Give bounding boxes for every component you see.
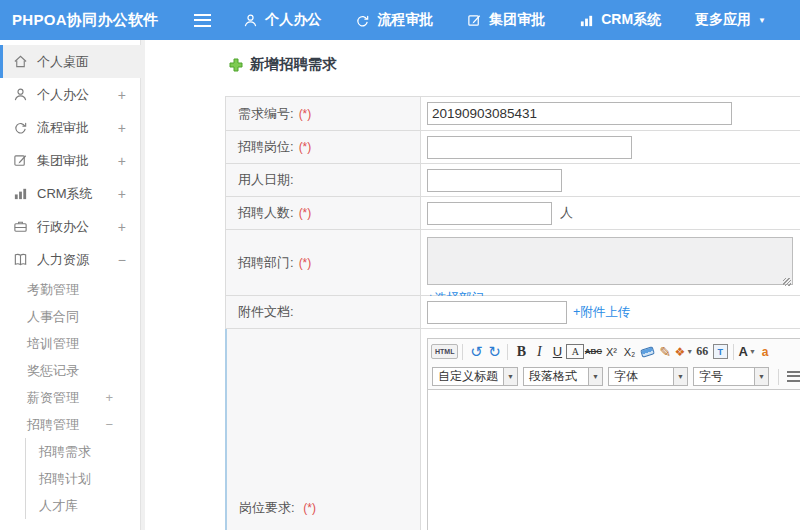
chevron-down-icon: ▼ xyxy=(758,16,766,25)
chevron-down-icon: ▼ xyxy=(749,348,756,355)
form-row-headcount: 招聘人数: (*) 人 xyxy=(226,197,800,230)
expand-plus-icon[interactable]: + xyxy=(118,219,126,235)
strikethrough-button[interactable]: ABC xyxy=(584,342,602,362)
attachment-upload-link[interactable]: +附件上传 xyxy=(573,304,630,321)
topnav-group-approval[interactable]: 集团审批 xyxy=(467,11,545,29)
autoformat-button[interactable]: A xyxy=(566,344,584,359)
sidebar-item-personal-office[interactable]: 个人办公 + xyxy=(0,78,141,111)
sidebar-item-talent-pool[interactable]: 人才库 xyxy=(26,492,141,519)
edit-icon xyxy=(13,153,28,168)
page-title: 新增招聘需求 xyxy=(229,55,337,74)
sidebar-item-admin-office[interactable]: 行政办公 + xyxy=(0,210,141,243)
expand-plus-icon[interactable]: + xyxy=(105,390,113,405)
blockquote-button[interactable]: 66 xyxy=(693,342,711,362)
sidebar-item-training[interactable]: 培训管理 xyxy=(0,330,141,357)
topnav-personal-office[interactable]: 个人办公 xyxy=(243,11,321,29)
headcount-input[interactable] xyxy=(427,202,552,225)
palette-icon[interactable]: ❖▼ xyxy=(674,342,693,362)
req-no-input[interactable] xyxy=(427,102,732,125)
bar-chart-icon xyxy=(13,186,28,201)
sidebar-item-group-approval[interactable]: 集团审批 + xyxy=(0,144,141,177)
redo-icon[interactable]: ↻ xyxy=(485,342,503,362)
required-mark: (*) xyxy=(299,206,312,220)
add-plus-icon xyxy=(229,58,243,72)
rich-text-editor: HTML ↺ ↻ B I U A ABC X² X₂ ✎ xyxy=(427,338,800,530)
undo-icon[interactable]: ↺ xyxy=(467,342,485,362)
sidebar-item-recruit-plan[interactable]: 招聘计划 xyxy=(26,465,141,492)
sidebar-item-process-approval[interactable]: 流程审批 + xyxy=(0,111,141,144)
chevron-down-icon[interactable]: ▼ xyxy=(755,367,769,386)
expand-plus-icon[interactable]: + xyxy=(118,186,126,202)
topnav-crm[interactable]: CRM系统 xyxy=(579,11,661,29)
briefcase-icon xyxy=(13,219,28,234)
field-label: 附件文档: xyxy=(238,303,294,321)
field-label: 招聘部门: xyxy=(238,254,294,272)
home-icon xyxy=(13,54,28,69)
main-content: 新增招聘需求 需求编号: (*) 招聘岗位: (*) 用人日期: xyxy=(149,40,800,530)
custom-title-select[interactable]: 自定义标题 xyxy=(432,367,504,386)
required-mark: (*) xyxy=(299,256,312,270)
department-textarea[interactable] xyxy=(427,237,793,285)
paragraph-format-select[interactable]: 段落格式 xyxy=(523,367,589,386)
editor-toolbar-row1: HTML ↺ ↻ B I U A ABC X² X₂ ✎ xyxy=(428,339,800,364)
expand-plus-icon[interactable]: + xyxy=(118,87,126,103)
field-label: 岗位要求: xyxy=(239,500,295,515)
sidebar-item-recruit-mgmt[interactable]: 招聘管理 − xyxy=(0,411,141,438)
book-icon xyxy=(13,252,28,267)
bold-button[interactable]: B xyxy=(512,342,530,362)
expand-plus-icon[interactable]: + xyxy=(118,153,126,169)
form-row-attachment: 附件文档: +附件上传 xyxy=(226,296,800,329)
sidebar-item-hr-contract[interactable]: 人事合同 xyxy=(0,303,141,330)
font-color-button[interactable]: A▼ xyxy=(738,342,756,362)
italic-button[interactable]: I xyxy=(530,342,548,362)
bar-chart-icon xyxy=(579,13,594,28)
chevron-down-icon[interactable]: ▼ xyxy=(674,367,688,386)
sidebar-item-hr[interactable]: 人力资源 − xyxy=(0,243,141,276)
sidebar-item-rewards[interactable]: 奖惩记录 xyxy=(0,357,141,384)
collapse-minus-icon[interactable]: − xyxy=(118,252,126,268)
required-mark: (*) xyxy=(303,501,316,515)
align-left-icon[interactable] xyxy=(787,371,800,382)
topbar: PHPOA协同办公软件 个人办公 流程审批 集团审批 CRM系统 更多应用 ▼ xyxy=(0,0,800,40)
attachment-input[interactable] xyxy=(427,301,567,324)
required-mark: (*) xyxy=(299,140,312,154)
eraser-icon[interactable] xyxy=(638,342,656,362)
subscript-button[interactable]: X₂ xyxy=(620,342,638,362)
sidebar-item-personal-desktop[interactable]: 个人桌面 xyxy=(0,45,141,78)
field-label: 招聘人数: xyxy=(238,204,294,222)
sidebar: 个人桌面 个人办公 + 流程审批 + 集团审批 + CRM系统 + 行政办公 +… xyxy=(0,40,145,530)
form-row-hire-date: 用人日期: xyxy=(226,164,800,197)
chevron-down-icon: ▼ xyxy=(686,348,693,355)
editor-toolbar-row2: 自定义标题 ▼ 段落格式 ▼ 字体 ▼ 字号 ▼ xyxy=(428,364,800,390)
font-size-select[interactable]: 字号 xyxy=(693,367,755,386)
position-input[interactable] xyxy=(427,136,632,159)
chevron-down-icon[interactable]: ▼ xyxy=(504,367,518,386)
sidebar-item-attendance[interactable]: 考勤管理 xyxy=(0,276,141,303)
field-label: 招聘岗位: xyxy=(238,138,294,156)
underline-button[interactable]: U xyxy=(548,342,566,362)
field-label: 用人日期: xyxy=(238,171,294,189)
chevron-down-icon[interactable]: ▼ xyxy=(589,367,603,386)
paste-icon[interactable]: T xyxy=(711,342,729,362)
hire-date-input[interactable] xyxy=(427,169,562,192)
topnav-process-approval[interactable]: 流程审批 xyxy=(355,11,433,29)
sidebar-item-recruit-demand[interactable]: 招聘需求 xyxy=(26,438,141,465)
html-source-button[interactable]: HTML xyxy=(431,344,458,359)
sidebar-item-salary[interactable]: 薪资管理 + xyxy=(0,384,141,411)
hamburger-menu-icon[interactable] xyxy=(194,14,211,27)
superscript-button[interactable]: X² xyxy=(602,342,620,362)
expand-plus-icon[interactable]: + xyxy=(118,120,126,136)
app-logo: PHPOA协同办公软件 xyxy=(0,11,180,30)
headcount-unit: 人 xyxy=(560,204,573,222)
collapse-minus-icon[interactable]: − xyxy=(105,417,113,432)
form-row-department: 招聘部门: (*) +选择部门 xyxy=(226,230,800,296)
topnav-more-apps[interactable]: 更多应用 ▼ xyxy=(695,11,766,29)
font-family-select[interactable]: 字体 xyxy=(608,367,674,386)
format-brush-icon[interactable]: ✎ xyxy=(656,342,674,362)
background-color-button[interactable]: a xyxy=(756,342,774,362)
editor-content-area[interactable] xyxy=(428,390,800,530)
sidebar-item-crm[interactable]: CRM系统 + xyxy=(0,177,141,210)
top-navigation: 个人办公 流程审批 集团审批 CRM系统 更多应用 ▼ xyxy=(243,11,800,29)
recruit-demand-form: 需求编号: (*) 招聘岗位: (*) 用人日期: xyxy=(225,96,800,530)
person-icon xyxy=(243,13,258,28)
